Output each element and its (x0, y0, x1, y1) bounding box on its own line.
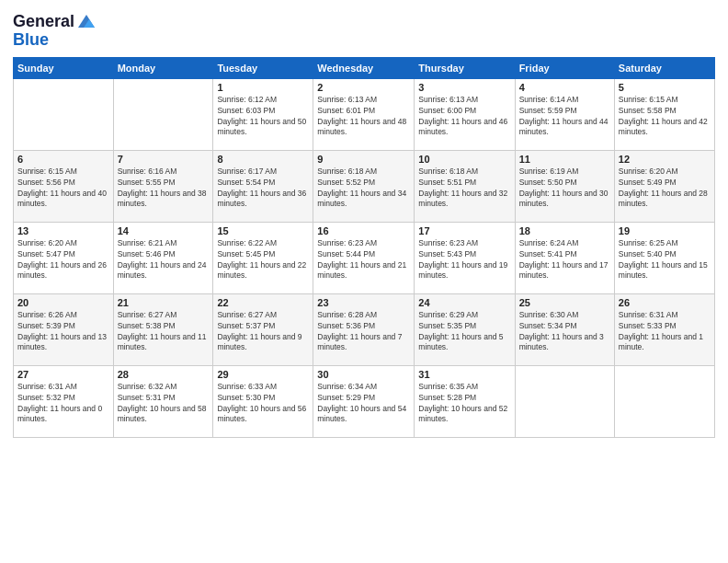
calendar-week-row: 13Sunrise: 6:20 AMSunset: 5:47 PMDayligh… (14, 222, 715, 293)
day-number: 1 (217, 82, 309, 93)
calendar-day-cell (614, 365, 714, 437)
calendar-day-cell: 1Sunrise: 6:12 AMSunset: 6:03 PMDaylight… (213, 78, 313, 150)
day-number: 4 (519, 82, 610, 93)
calendar-day-cell: 17Sunrise: 6:23 AMSunset: 5:43 PMDayligh… (415, 222, 515, 293)
calendar-day-cell: 10Sunrise: 6:18 AMSunset: 5:51 PMDayligh… (415, 150, 515, 222)
day-detail: Sunrise: 6:24 AMSunset: 5:41 PMDaylight:… (519, 238, 610, 282)
day-detail: Sunrise: 6:27 AMSunset: 5:37 PMDaylight:… (217, 310, 309, 354)
day-detail: Sunrise: 6:16 AMSunset: 5:55 PMDaylight:… (118, 167, 210, 211)
calendar-day-cell: 29Sunrise: 6:33 AMSunset: 5:30 PMDayligh… (213, 365, 313, 437)
day-number: 12 (619, 154, 711, 165)
day-detail: Sunrise: 6:22 AMSunset: 5:45 PMDaylight:… (217, 238, 309, 282)
day-detail: Sunrise: 6:15 AMSunset: 5:58 PMDaylight:… (619, 95, 711, 139)
calendar-day-cell: 9Sunrise: 6:18 AMSunset: 5:52 PMDaylight… (313, 150, 415, 222)
day-number: 22 (217, 297, 309, 308)
calendar-day-cell (113, 78, 213, 150)
day-detail: Sunrise: 6:34 AMSunset: 5:29 PMDaylight:… (317, 382, 410, 426)
day-number: 14 (118, 225, 210, 236)
calendar-day-cell: 7Sunrise: 6:16 AMSunset: 5:55 PMDaylight… (113, 150, 213, 222)
weekday-header: Thursday (415, 57, 515, 78)
weekday-header: Sunday (14, 57, 114, 78)
calendar-day-cell: 6Sunrise: 6:15 AMSunset: 5:56 PMDaylight… (14, 150, 114, 222)
weekday-header: Wednesday (313, 57, 415, 78)
calendar-day-cell: 20Sunrise: 6:26 AMSunset: 5:39 PMDayligh… (14, 293, 114, 365)
day-number: 5 (619, 82, 711, 93)
day-number: 9 (317, 154, 410, 165)
day-detail: Sunrise: 6:28 AMSunset: 5:36 PMDaylight:… (317, 310, 410, 354)
calendar-day-cell: 13Sunrise: 6:20 AMSunset: 5:47 PMDayligh… (14, 222, 114, 293)
logo-blue: Blue (13, 31, 97, 50)
weekday-header: Saturday (614, 57, 714, 78)
day-detail: Sunrise: 6:20 AMSunset: 5:47 PMDaylight:… (17, 238, 109, 282)
day-number: 31 (418, 369, 510, 380)
day-detail: Sunrise: 6:31 AMSunset: 5:33 PMDaylight:… (619, 310, 711, 354)
calendar-day-cell: 12Sunrise: 6:20 AMSunset: 5:49 PMDayligh… (614, 150, 714, 222)
day-number: 29 (217, 369, 309, 380)
calendar-day-cell: 24Sunrise: 6:29 AMSunset: 5:35 PMDayligh… (415, 293, 515, 365)
day-detail: Sunrise: 6:15 AMSunset: 5:56 PMDaylight:… (17, 167, 109, 211)
day-detail: Sunrise: 6:21 AMSunset: 5:46 PMDaylight:… (118, 238, 210, 282)
calendar-week-row: 27Sunrise: 6:31 AMSunset: 5:32 PMDayligh… (14, 365, 715, 437)
day-number: 30 (317, 369, 410, 380)
day-number: 19 (619, 225, 711, 236)
calendar-week-row: 20Sunrise: 6:26 AMSunset: 5:39 PMDayligh… (14, 293, 715, 365)
day-number: 26 (619, 297, 711, 308)
day-number: 11 (519, 154, 610, 165)
calendar-day-cell: 21Sunrise: 6:27 AMSunset: 5:38 PMDayligh… (113, 293, 213, 365)
calendar-day-cell (515, 365, 614, 437)
day-number: 18 (519, 225, 610, 236)
calendar-day-cell (14, 78, 114, 150)
calendar-day-cell: 4Sunrise: 6:14 AMSunset: 5:59 PMDaylight… (515, 78, 614, 150)
day-number: 24 (418, 297, 510, 308)
calendar-day-cell: 18Sunrise: 6:24 AMSunset: 5:41 PMDayligh… (515, 222, 614, 293)
calendar-day-cell: 28Sunrise: 6:32 AMSunset: 5:31 PMDayligh… (113, 365, 213, 437)
day-detail: Sunrise: 6:30 AMSunset: 5:34 PMDaylight:… (519, 310, 610, 354)
calendar-day-cell: 16Sunrise: 6:23 AMSunset: 5:44 PMDayligh… (313, 222, 415, 293)
day-detail: Sunrise: 6:18 AMSunset: 5:52 PMDaylight:… (317, 167, 410, 211)
calendar-day-cell: 23Sunrise: 6:28 AMSunset: 5:36 PMDayligh… (313, 293, 415, 365)
weekday-header: Tuesday (213, 57, 313, 78)
day-detail: Sunrise: 6:17 AMSunset: 5:54 PMDaylight:… (217, 167, 309, 211)
day-detail: Sunrise: 6:26 AMSunset: 5:39 PMDaylight:… (17, 310, 109, 354)
weekday-header: Friday (515, 57, 614, 78)
day-detail: Sunrise: 6:29 AMSunset: 5:35 PMDaylight:… (418, 310, 510, 354)
calendar-day-cell: 30Sunrise: 6:34 AMSunset: 5:29 PMDayligh… (313, 365, 415, 437)
calendar-day-cell: 25Sunrise: 6:30 AMSunset: 5:34 PMDayligh… (515, 293, 614, 365)
calendar-day-cell: 14Sunrise: 6:21 AMSunset: 5:46 PMDayligh… (113, 222, 213, 293)
day-detail: Sunrise: 6:20 AMSunset: 5:49 PMDaylight:… (619, 167, 711, 211)
day-number: 13 (17, 225, 109, 236)
day-detail: Sunrise: 6:31 AMSunset: 5:32 PMDaylight:… (17, 382, 109, 426)
calendar-day-cell: 8Sunrise: 6:17 AMSunset: 5:54 PMDaylight… (213, 150, 313, 222)
day-detail: Sunrise: 6:33 AMSunset: 5:30 PMDaylight:… (217, 382, 309, 426)
day-number: 3 (418, 82, 510, 93)
day-detail: Sunrise: 6:12 AMSunset: 6:03 PMDaylight:… (217, 95, 309, 139)
calendar-day-cell: 22Sunrise: 6:27 AMSunset: 5:37 PMDayligh… (213, 293, 313, 365)
calendar-week-row: 1Sunrise: 6:12 AMSunset: 6:03 PMDaylight… (14, 78, 715, 150)
day-detail: Sunrise: 6:23 AMSunset: 5:44 PMDaylight:… (317, 238, 410, 282)
day-number: 27 (17, 369, 109, 380)
day-number: 2 (317, 82, 410, 93)
calendar-day-cell: 2Sunrise: 6:13 AMSunset: 6:01 PMDaylight… (313, 78, 415, 150)
calendar-day-cell: 26Sunrise: 6:31 AMSunset: 5:33 PMDayligh… (614, 293, 714, 365)
day-detail: Sunrise: 6:25 AMSunset: 5:40 PMDaylight:… (619, 238, 711, 282)
day-number: 28 (118, 369, 210, 380)
weekday-header: Monday (113, 57, 213, 78)
day-number: 6 (17, 154, 109, 165)
day-number: 10 (418, 154, 510, 165)
calendar-day-cell: 3Sunrise: 6:13 AMSunset: 6:00 PMDaylight… (415, 78, 515, 150)
day-number: 21 (118, 297, 210, 308)
day-detail: Sunrise: 6:18 AMSunset: 5:51 PMDaylight:… (418, 167, 510, 211)
logo-general: General (13, 13, 74, 31)
day-number: 25 (519, 297, 610, 308)
day-number: 23 (317, 297, 410, 308)
page: General Blue SundayMondayTuesdayWednesda… (0, 0, 728, 563)
logo: General Blue (13, 13, 97, 50)
day-number: 7 (118, 154, 210, 165)
logo-icon (76, 11, 97, 31)
day-detail: Sunrise: 6:32 AMSunset: 5:31 PMDaylight:… (118, 382, 210, 426)
day-detail: Sunrise: 6:35 AMSunset: 5:28 PMDaylight:… (418, 382, 510, 426)
calendar-day-cell: 27Sunrise: 6:31 AMSunset: 5:32 PMDayligh… (14, 365, 114, 437)
calendar-header-row: SundayMondayTuesdayWednesdayThursdayFrid… (14, 57, 715, 78)
day-detail: Sunrise: 6:13 AMSunset: 6:01 PMDaylight:… (317, 95, 410, 139)
calendar-day-cell: 11Sunrise: 6:19 AMSunset: 5:50 PMDayligh… (515, 150, 614, 222)
